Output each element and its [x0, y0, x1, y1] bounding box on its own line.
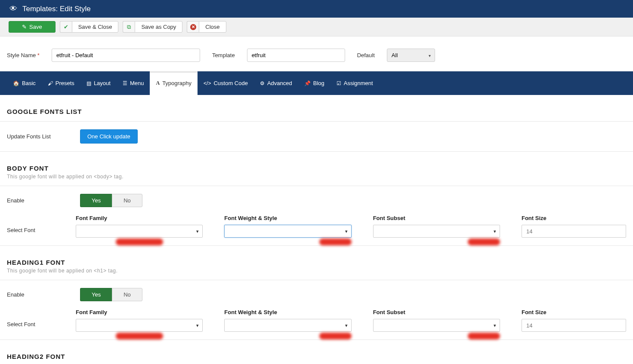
tab-advanced[interactable]: ⚙Advanced: [254, 71, 298, 95]
body-font-family-select[interactable]: [76, 225, 203, 238]
style-name-input[interactable]: [52, 49, 200, 62]
default-label: Default: [357, 52, 375, 58]
brush-icon: 🖌: [48, 80, 53, 86]
page-title: Templates: Edit Style: [22, 5, 91, 13]
font-weight-label: Font Weight & Style: [224, 309, 351, 315]
save-close-button[interactable]: Save & Close: [72, 21, 119, 33]
one-click-update-button[interactable]: One Click update: [80, 129, 138, 144]
body-font-grid: Select Font Font Family Font Weight & St…: [0, 215, 633, 245]
check-icon: ✔: [64, 24, 68, 30]
redaction: [468, 333, 500, 340]
menu-icon: ☰: [123, 80, 127, 86]
redaction: [319, 333, 352, 340]
body-font-weight-col: Font Weight & Style: [224, 215, 351, 238]
body-enable-toggle: Yes No: [80, 194, 142, 207]
enable-label: Enable: [7, 291, 71, 298]
font-family-label: Font Family: [76, 309, 203, 315]
check-icon-wrap: ✔: [60, 21, 72, 33]
toolbar: ✎ Save ✔ Save & Close ⧉ Save as Copy ✕ C…: [0, 18, 633, 37]
font-cols: Font Family Font Weight & Style Font Sub…: [76, 309, 626, 332]
default-select-wrap: [387, 49, 435, 62]
body-font-weight-select[interactable]: [224, 225, 351, 238]
body-font-subset-select[interactable]: [373, 225, 500, 238]
eye-icon: 👁: [9, 4, 17, 13]
font-size-label: Font Size: [522, 215, 626, 221]
body-font-title: BODY FONT: [0, 152, 633, 174]
h1-font-weight-col: Font Weight & Style: [224, 309, 351, 332]
font-cols: Font Family Font Weight & Style Font Sub…: [76, 215, 626, 238]
body-font-family-col: Font Family: [76, 215, 203, 238]
h1-font-size-col: Font Size: [522, 309, 626, 332]
body-enable-yes[interactable]: Yes: [80, 194, 112, 207]
close-button[interactable]: Close: [199, 21, 226, 33]
tab-custom-code[interactable]: </>Custom Code: [198, 71, 254, 95]
close-group: ✕ Close: [187, 21, 226, 33]
save-copy-group: ⧉ Save as Copy: [123, 21, 182, 33]
update-fonts-label: Update Fonts List: [7, 133, 71, 140]
template-label: Template: [212, 52, 235, 58]
default-select[interactable]: [387, 49, 435, 62]
home-icon: 🏠: [13, 80, 19, 86]
tab-basic[interactable]: 🏠Basic: [7, 71, 42, 95]
select-font-label: Select Font: [7, 309, 76, 327]
pin-icon: 📌: [304, 80, 311, 86]
font-size-label: Font Size: [522, 309, 626, 315]
template-input[interactable]: [247, 49, 345, 62]
pencil-icon: ✎: [22, 24, 27, 30]
tab-presets[interactable]: 🖌Presets: [42, 71, 80, 95]
h1-font-grid: Select Font Font Family Font Weight & St…: [0, 309, 633, 340]
enable-label: Enable: [7, 197, 71, 204]
h2-font-title: HEADING2 FONT: [0, 340, 633, 360]
save-copy-button[interactable]: Save as Copy: [135, 21, 182, 33]
content: GOOGLE FONTS LIST Update Fonts List One …: [0, 95, 633, 364]
close-icon-wrap: ✕: [187, 21, 199, 33]
redaction: [468, 239, 500, 245]
code-icon: </>: [204, 80, 211, 86]
check-square-icon: ☑: [337, 80, 341, 86]
font-subset-label: Font Subset: [373, 215, 500, 221]
close-icon: ✕: [190, 24, 196, 30]
copy-icon: ⧉: [127, 24, 131, 31]
h1-font-family-col: Font Family: [76, 309, 203, 332]
font-icon: A: [156, 80, 160, 86]
tabs: 🏠Basic 🖌Presets ▤Layout ☰Menu ATypograph…: [0, 71, 633, 95]
body-enable-row: Enable Yes No: [0, 186, 633, 215]
h1-font-sub: This google font will be applied on <h1>…: [0, 268, 633, 280]
style-form-row: Style Name * Template Default: [0, 37, 633, 71]
body-font-size-input[interactable]: [522, 225, 626, 238]
required-asterisk: *: [37, 52, 40, 58]
tab-assignment[interactable]: ☑Assignment: [330, 71, 379, 95]
font-family-label: Font Family: [76, 215, 203, 221]
select-font-label: Select Font: [7, 215, 76, 233]
redaction: [116, 239, 163, 245]
redaction: [319, 239, 352, 245]
body-enable-no[interactable]: No: [112, 194, 142, 207]
h1-font-weight-select[interactable]: [224, 319, 351, 332]
h1-enable-toggle: Yes No: [80, 288, 142, 301]
tab-blog[interactable]: 📌Blog: [298, 71, 330, 95]
h1-enable-yes[interactable]: Yes: [80, 288, 112, 301]
body-font-size-col: Font Size: [522, 215, 626, 238]
save-label: Save: [29, 24, 42, 30]
h1-font-title: HEADING1 FONT: [0, 246, 633, 268]
redaction: [116, 333, 163, 340]
page-header: 👁 Templates: Edit Style: [0, 0, 633, 18]
h1-font-subset-select[interactable]: [373, 319, 500, 332]
update-fonts-row: Update Fonts List One Click update: [0, 122, 633, 151]
h1-font-family-select[interactable]: [76, 319, 203, 332]
tab-layout[interactable]: ▤Layout: [80, 71, 117, 95]
gear-icon: ⚙: [260, 80, 265, 86]
layout-icon: ▤: [86, 80, 91, 86]
save-button[interactable]: ✎ Save: [9, 21, 56, 33]
style-name-label: Style Name *: [7, 52, 40, 58]
h1-enable-no[interactable]: No: [112, 288, 142, 301]
h1-font-size-input[interactable]: [522, 319, 626, 332]
tab-typography[interactable]: ATypography: [150, 71, 198, 95]
body-font-sub: This google font will be applied on <bod…: [0, 174, 633, 186]
google-fonts-title: GOOGLE FONTS LIST: [0, 95, 633, 121]
copy-icon-wrap: ⧉: [123, 21, 135, 33]
h1-font-subset-col: Font Subset: [373, 309, 500, 332]
save-close-group: ✔ Save & Close: [60, 21, 119, 33]
tab-menu[interactable]: ☰Menu: [117, 71, 150, 95]
font-subset-label: Font Subset: [373, 309, 500, 315]
